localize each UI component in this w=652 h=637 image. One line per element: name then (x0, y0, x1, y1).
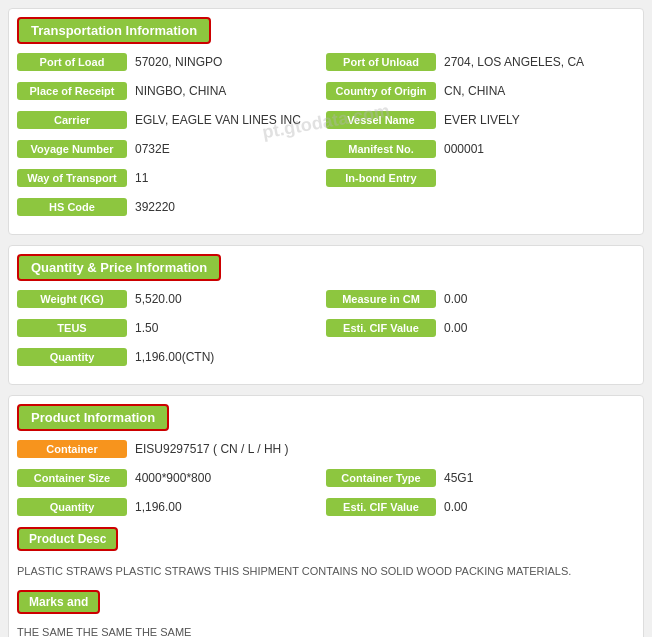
manifest-no-label: Manifest No. (326, 140, 436, 158)
voyage-number-label: Voyage Number (17, 140, 127, 158)
port-of-unload-value: 2704, LOS ANGELES, CA (436, 52, 592, 72)
product-desc-text: PLASTIC STRAWS PLASTIC STRAWS THIS SHIPM… (17, 559, 635, 586)
carrier-label: Carrier (17, 111, 127, 129)
carrier-value: EGLV, EAGLE VAN LINES INC (127, 110, 309, 130)
quantity-header: Quantity & Price Information (17, 254, 221, 281)
place-of-receipt-value: NINGBO, CHINA (127, 81, 234, 101)
container-size-value: 4000*900*800 (127, 468, 219, 488)
quantity-row-2: TEUS 1.50 Esti. CIF Value 0.00 (17, 318, 635, 342)
esti-cif-label: Esti. CIF Value (326, 319, 436, 337)
port-of-load-label: Port of Load (17, 53, 127, 71)
in-bond-entry-field: In-bond Entry (326, 169, 635, 187)
container-size-label: Container Size (17, 469, 127, 487)
carrier-field: Carrier EGLV, EAGLE VAN LINES INC (17, 110, 326, 130)
product-desc-block: Product Desc PLASTIC STRAWS PLASTIC STRA… (17, 527, 635, 586)
product-quantity-value: 1,196.00 (127, 497, 190, 517)
port-of-unload-field: Port of Unload 2704, LOS ANGELES, CA (326, 52, 635, 72)
transport-row-5: Way of Transport 11 In-bond Entry (17, 168, 635, 192)
manifest-no-field: Manifest No. 000001 (326, 139, 635, 159)
product-esti-cif-label: Esti. CIF Value (326, 498, 436, 516)
product-esti-cif-field: Esti. CIF Value 0.00 (326, 497, 635, 517)
container-type-label: Container Type (326, 469, 436, 487)
transport-row-1: Port of Load 57020, NINGPO Port of Unloa… (17, 52, 635, 76)
esti-cif-value: 0.00 (436, 318, 475, 338)
quantity-row-3: Quantity 1,196.00(CTN) (17, 347, 635, 371)
quantity-value: 1,196.00(CTN) (127, 347, 222, 367)
marks-header: Marks and (17, 590, 100, 614)
hs-code-value: 392220 (127, 197, 183, 217)
measure-field: Measure in CM 0.00 (326, 289, 635, 309)
transport-row-3: Carrier EGLV, EAGLE VAN LINES INC Vessel… (17, 110, 635, 134)
container-type-value: 45G1 (436, 468, 481, 488)
manifest-no-value: 000001 (436, 139, 492, 159)
product-header: Product Information (17, 404, 169, 431)
esti-cif-field: Esti. CIF Value 0.00 (326, 318, 635, 338)
way-of-transport-value: 11 (127, 168, 156, 188)
quantity-row-1: Weight (KG) 5,520.00 Measure in CM 0.00 (17, 289, 635, 313)
container-type-field: Container Type 45G1 (326, 468, 635, 488)
measure-value: 0.00 (436, 289, 475, 309)
weight-field: Weight (KG) 5,520.00 (17, 289, 326, 309)
container-row: Container EISU9297517 ( CN / L / HH ) (17, 439, 635, 459)
way-of-transport-field: Way of Transport 11 (17, 168, 326, 188)
transport-row-2: Place of Receipt NINGBO, CHINA Country o… (17, 81, 635, 105)
way-of-transport-label: Way of Transport (17, 169, 127, 187)
transportation-header: Transportation Information (17, 17, 211, 44)
measure-label: Measure in CM (326, 290, 436, 308)
port-of-unload-label: Port of Unload (326, 53, 436, 71)
vessel-name-label: Vessel Name (326, 111, 436, 129)
in-bond-entry-label: In-bond Entry (326, 169, 436, 187)
vessel-name-value: EVER LIVELY (436, 110, 528, 130)
product-esti-cif-value: 0.00 (436, 497, 475, 517)
quantity-section: Quantity & Price Information Weight (KG)… (8, 245, 644, 385)
product-row-container: Container EISU9297517 ( CN / L / HH ) (17, 439, 635, 463)
product-row-1: Container Size 4000*900*800 Container Ty… (17, 468, 635, 492)
country-of-origin-label: Country of Origin (326, 82, 436, 100)
weight-label: Weight (KG) (17, 290, 127, 308)
teus-field: TEUS 1.50 (17, 318, 326, 338)
product-quantity-label: Quantity (17, 498, 127, 516)
teus-label: TEUS (17, 319, 127, 337)
product-desc-header: Product Desc (17, 527, 118, 551)
voyage-number-value: 0732E (127, 139, 178, 159)
container-size-field: Container Size 4000*900*800 (17, 468, 326, 488)
product-row-2: Quantity 1,196.00 Esti. CIF Value 0.00 (17, 497, 635, 521)
marks-text: THE SAME THE SAME THE SAME (17, 622, 635, 638)
vessel-name-field: Vessel Name EVER LIVELY (326, 110, 635, 130)
port-of-load-field: Port of Load 57020, NINGPO (17, 52, 326, 72)
hs-code-field: HS Code 392220 (17, 197, 635, 217)
place-of-receipt-label: Place of Receipt (17, 82, 127, 100)
country-of-origin-field: Country of Origin CN, CHINA (326, 81, 635, 101)
port-of-load-value: 57020, NINGPO (127, 52, 230, 72)
teus-value: 1.50 (127, 318, 166, 338)
transportation-section: pt.gtodata.com Transportation Informatio… (8, 8, 644, 235)
marks-block: Marks and THE SAME THE SAME THE SAME (17, 590, 635, 638)
product-quantity-field: Quantity 1,196.00 (17, 497, 326, 517)
product-section: Product Information Container EISU929751… (8, 395, 644, 637)
quantity-label: Quantity (17, 348, 127, 366)
quantity-field: Quantity 1,196.00(CTN) (17, 347, 635, 367)
country-of-origin-value: CN, CHINA (436, 81, 513, 101)
container-value: EISU9297517 ( CN / L / HH ) (127, 439, 297, 459)
in-bond-entry-value (436, 175, 452, 181)
hs-code-label: HS Code (17, 198, 127, 216)
weight-value: 5,520.00 (127, 289, 190, 309)
transport-row-6: HS Code 392220 (17, 197, 635, 221)
voyage-number-field: Voyage Number 0732E (17, 139, 326, 159)
container-label: Container (17, 440, 127, 458)
transport-row-4: Voyage Number 0732E Manifest No. 000001 (17, 139, 635, 163)
place-of-receipt-field: Place of Receipt NINGBO, CHINA (17, 81, 326, 101)
